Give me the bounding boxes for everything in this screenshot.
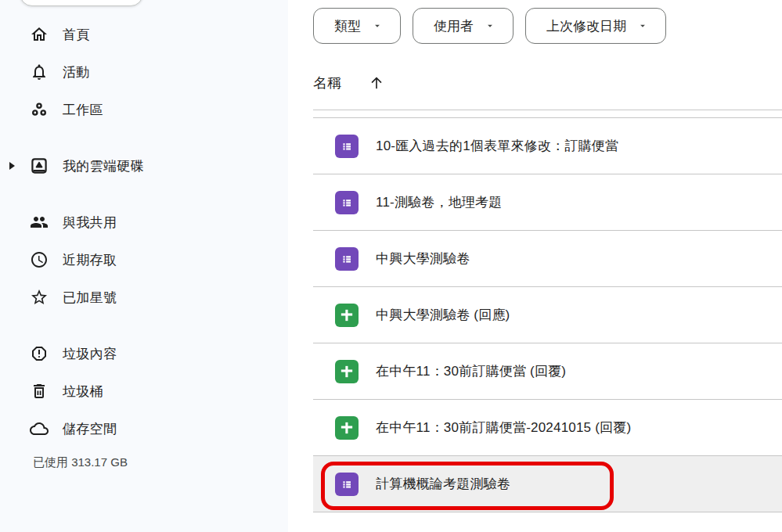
file-rows: 10-匯入過去的1個表單來修改：訂購便當 11-測驗卷，地理考題 中興大 (313, 118, 782, 512)
sidebar-item-trash[interactable]: 垃圾桶 (0, 372, 288, 410)
google-sheets-icon (335, 360, 359, 383)
chevron-down-icon (637, 20, 648, 31)
name-column-header: 名稱 (313, 74, 341, 92)
file-list-panel: 類型 使用者 上次修改日期 名稱 (288, 0, 782, 532)
google-forms-icon (335, 247, 359, 271)
sidebar-item-my-drive[interactable]: 我的雲端硬碟 (0, 147, 288, 185)
sidebar-item-label: 首頁 (63, 26, 90, 44)
workspaces-icon (30, 100, 49, 119)
file-row-highlighted[interactable]: 計算機概論考題測驗卷 (313, 456, 782, 512)
filter-chip-people[interactable]: 使用者 (413, 8, 514, 44)
google-sheets-icon (335, 416, 359, 440)
name-column-sort[interactable]: 名稱 (313, 74, 385, 92)
filter-chip-type[interactable]: 類型 (313, 8, 401, 44)
new-button-partial[interactable] (20, 0, 143, 6)
sidebar-item-label: 垃圾桶 (63, 383, 103, 401)
home-icon (30, 25, 49, 44)
chevron-down-icon (372, 20, 383, 31)
sidebar-item-starred[interactable]: 已加星號 (0, 279, 288, 316)
star-icon (30, 288, 49, 307)
nav-group-trash: 垃圾內容 垃圾桶 儲存空間 已使用 313.17 GB (0, 335, 288, 470)
trash-icon (30, 382, 49, 401)
sidebar-item-spam[interactable]: 垃圾內容 (0, 335, 288, 372)
file-name: 中興大學測驗卷 (376, 250, 470, 268)
file-row[interactable]: 10-匯入過去的1個表單來修改：訂購便當 (313, 118, 782, 174)
sidebar-item-home[interactable]: 首頁 (0, 16, 288, 53)
storage-used-text: 已使用 313.17 GB (33, 455, 288, 470)
file-name: 中興大學測驗卷 (回應) (376, 306, 510, 324)
bell-icon (30, 63, 49, 81)
sidebar-item-label: 近期存取 (63, 251, 117, 269)
file-row[interactable]: 中興大學測驗卷 (313, 231, 782, 287)
file-row[interactable]: 在中午11：30前訂購便當 (回覆) (313, 343, 782, 400)
cloud-icon (30, 419, 49, 438)
filter-chip-label: 上次修改日期 (546, 17, 626, 35)
google-forms-icon (335, 135, 359, 158)
file-row[interactable]: 中興大學測驗卷 (回應) (313, 287, 782, 343)
sidebar-item-label: 已加星號 (63, 289, 117, 307)
google-sheets-icon (335, 304, 359, 327)
sidebar-item-shared-with-me[interactable]: 與我共用 (0, 203, 288, 241)
people-icon (30, 213, 49, 232)
my-drive-icon (30, 156, 49, 175)
file-name: 11-測驗卷，地理考題 (376, 193, 503, 211)
file-row[interactable]: 在中午11：30前訂購便當-20241015 (回覆) (313, 400, 782, 456)
file-name: 在中午11：30前訂購便當-20241015 (回覆) (376, 419, 631, 437)
sidebar: 首頁 活動 工作區 (0, 0, 288, 532)
spam-icon (30, 344, 49, 363)
nav-group-drive: 我的雲端硬碟 (0, 147, 288, 185)
google-forms-icon (335, 473, 359, 496)
sidebar-item-label: 儲存空間 (63, 420, 117, 438)
file-name: 計算機概論考題測驗卷 (376, 475, 510, 493)
sidebar-item-label: 活動 (63, 63, 90, 81)
header-divider (313, 110, 782, 110)
nav-group-top: 首頁 活動 工作區 (0, 16, 288, 128)
sidebar-item-activity[interactable]: 活動 (0, 53, 288, 91)
sidebar-item-recent[interactable]: 近期存取 (0, 241, 288, 279)
file-name: 在中午11：30前訂購便當 (回覆) (376, 362, 566, 380)
sidebar-item-workspaces[interactable]: 工作區 (0, 91, 288, 128)
sidebar-item-storage[interactable]: 儲存空間 (0, 410, 288, 448)
filter-chip-label: 類型 (334, 17, 361, 35)
chevron-down-icon (485, 20, 496, 31)
sidebar-item-label: 工作區 (63, 101, 103, 119)
clock-icon (30, 250, 49, 269)
sidebar-item-label: 我的雲端硬碟 (63, 157, 144, 175)
google-forms-icon (335, 191, 359, 214)
filter-chip-modified[interactable]: 上次修改日期 (525, 8, 666, 44)
sidebar-item-label: 垃圾內容 (63, 345, 117, 363)
filter-chip-label: 使用者 (434, 17, 474, 35)
arrow-up-icon (368, 74, 385, 92)
chevron-right-icon[interactable] (9, 162, 15, 170)
filter-chips: 類型 使用者 上次修改日期 (313, 8, 666, 44)
nav-group-shared: 與我共用 近期存取 已加星號 (0, 203, 288, 316)
file-name: 10-匯入過去的1個表單來修改：訂購便當 (376, 137, 618, 155)
sidebar-nav: 首頁 活動 工作區 (0, 16, 288, 470)
sidebar-item-label: 與我共用 (63, 214, 117, 232)
file-row[interactable]: 11-測驗卷，地理考題 (313, 174, 782, 231)
